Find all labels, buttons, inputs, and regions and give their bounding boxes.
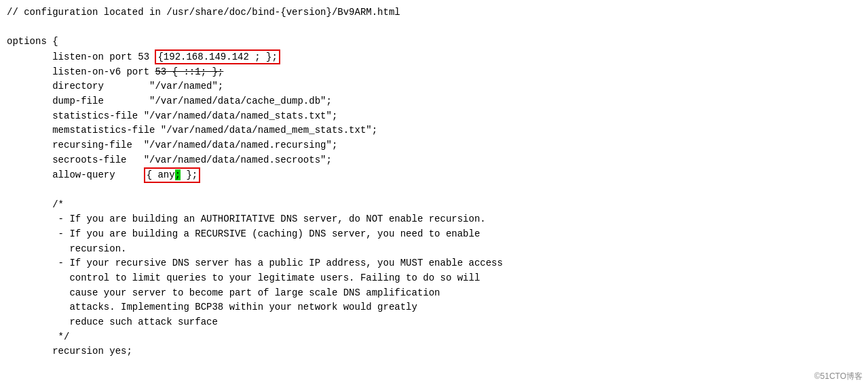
comment-line-5: control to limit queries to your legitim… [7,271,861,286]
code-editor: // configuration located in /usr/share/d… [0,0,868,365]
listen-on-line: listen-on port 53 {192.168.149.142 ; }; [7,49,861,64]
comment-open-line: /* [7,198,861,213]
comment-close-line: */ [7,330,861,345]
options-open-line: options { [7,35,861,49]
header-comment-line: // configuration located in /usr/share/d… [7,5,861,20]
comment-line-8: reduce such attack surface [7,315,861,330]
comment-line-6: cause your server to become part of larg… [7,286,861,301]
recursion-line: recursion yes; [7,344,861,359]
listen-on-v6-line: listen-on-v6 port 53 { ::1; }; [7,65,861,80]
secroots-file-line: secroots-file "/var/named/data/named.sec… [7,153,861,168]
comment-line-1: - If you are building an AUTHORITATIVE D… [7,212,861,227]
recursing-file-line: recursing-file "/var/named/data/named.re… [7,138,861,153]
statistics-file-line: statistics-file "/var/named/data/named_s… [7,109,861,124]
semicolon-green: ; [175,169,181,180]
comment-line-3: recursion. [7,242,861,257]
dump-file-line: dump-file "/var/named/data/cache_dump.db… [7,94,861,109]
ip-highlight-box: {192.168.149.142 ; }; [155,49,280,64]
directory-line: directory "/var/named"; [7,79,861,94]
comment-line-2: - If you are building a RECURSIVE (cachi… [7,227,861,242]
allow-query-line: allow-query { any; }; [7,167,861,182]
strikethrough-v6: 53 { ::1; }; [155,66,223,77]
comment-line-7: attacks. Implementing BCP38 within your … [7,300,861,315]
blank-line-2 [7,183,861,198]
comment-line-4: - If your recursive DNS server has a pub… [7,256,861,271]
watermark: ©51CTO博客 [814,371,863,382]
memstatistics-file-line: memstatistics-file "/var/named/data/name… [7,123,861,138]
any-highlight-box: { any; }; [144,167,201,182]
blank-line-1 [7,20,861,35]
